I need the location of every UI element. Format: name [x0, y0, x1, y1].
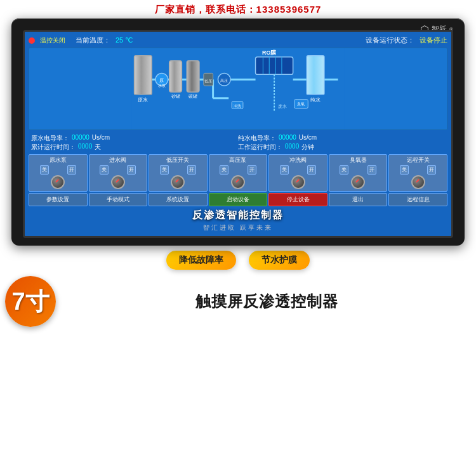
high-pump-dial	[231, 175, 245, 189]
status-bar: 温控关闭 当前温度： 25 ℃ 设备运行状态： 设备停止	[29, 36, 447, 45]
metrics-row: 原水电导率： 00000 Us/cm 纯水电导率： 00000 Us/cm 累计…	[29, 133, 447, 153]
remote-switch-dial	[411, 175, 425, 189]
svg-text:臭氧: 臭氧	[297, 102, 305, 106]
remote-switch-off[interactable]: 关	[400, 165, 409, 175]
start-device-button[interactable]: 启动设备	[209, 193, 268, 206]
svg-rect-16	[187, 61, 199, 92]
feature-badge-fault: 降低故障率	[166, 251, 236, 270]
svg-text:高压: 高压	[220, 78, 228, 83]
process-diagram: 原水 原 水泵 砂罐 碳罐 低压 高压 RO膜	[29, 48, 447, 129]
remote-info-button[interactable]: 远程信息	[388, 193, 447, 206]
device-shell: ⬡ 智跃 ® 温控关闭 当前温度： 25 ℃ 设备运行状态： 设备停止	[11, 18, 465, 246]
svg-rect-23	[256, 57, 293, 75]
ctrl-raw-pump: 原水泵 关 开	[29, 154, 88, 192]
svg-text:低压: 低压	[204, 79, 212, 83]
raw-pump-dial	[51, 175, 65, 189]
product-title: 触摸屏反渗透控制器	[62, 291, 471, 312]
ctrl-remote-switch: 远程开关 关 开	[388, 154, 447, 192]
low-pressure-on[interactable]: 开	[187, 165, 196, 175]
screen: 温控关闭 当前温度： 25 ℃ 设备运行状态： 设备停止	[23, 30, 453, 238]
ozone-on[interactable]: 开	[367, 165, 376, 175]
svg-rect-9	[135, 56, 152, 95]
manual-mode-button[interactable]: 手动模式	[89, 193, 148, 206]
device-sub-label: 智汇进取 跃享未来	[29, 223, 447, 232]
flush-valve-on[interactable]: 开	[307, 165, 316, 175]
exit-button[interactable]: 退出	[329, 193, 388, 206]
device-main-label: 反渗透智能控制器	[29, 209, 447, 222]
inlet-valve-off[interactable]: 关	[100, 165, 109, 175]
diagram-area: 原水 原 水泵 砂罐 碳罐 低压 高压 RO膜	[29, 48, 447, 130]
inlet-valve-on[interactable]: 开	[127, 165, 136, 175]
flush-valve-dial	[291, 175, 305, 189]
bottom-buttons: 参数设置 手动模式 系统设置 启动设备 停止设备 退出 远程信息	[29, 193, 447, 206]
svg-text:原: 原	[159, 78, 164, 83]
device-label-area: 反渗透智能控制器 智汇进取 跃享未来	[29, 206, 447, 234]
svg-rect-28	[307, 56, 324, 95]
raw-pump-on[interactable]: 开	[67, 165, 76, 175]
remote-switch-on[interactable]: 开	[427, 165, 436, 175]
ctrl-flush-valve: 冲洗阀 关 开	[268, 154, 327, 192]
flush-valve-off[interactable]: 关	[280, 165, 289, 175]
svg-text:废水: 废水	[278, 104, 287, 109]
svg-text:纯水: 纯水	[310, 97, 321, 103]
ozone-dial	[351, 175, 365, 189]
param-settings-button[interactable]: 参数设置	[29, 193, 88, 206]
device-status-value: 设备停止	[420, 36, 447, 45]
metric-work-runtime: 工作运行时间： 0000 分钟	[238, 143, 445, 152]
high-pump-off[interactable]: 关	[220, 165, 228, 175]
ctrl-inlet-valve: 进水阀 关 开	[89, 154, 148, 192]
low-pressure-dial	[171, 175, 185, 189]
metric-pure-conductivity: 纯水电导率： 00000 Us/cm	[238, 134, 445, 143]
inlet-valve-dial	[111, 175, 125, 189]
system-settings-button[interactable]: 系统设置	[149, 193, 208, 206]
current-temp-label: 当前温度：	[76, 36, 110, 45]
size-badge: 7寸	[5, 276, 56, 327]
ctrl-high-pump: 高压泵 关 开	[209, 154, 268, 192]
product-info: 7寸 触摸屏反渗透控制器	[0, 276, 476, 327]
raw-pump-off[interactable]: 关	[40, 165, 49, 175]
ozone-off[interactable]: 关	[340, 165, 348, 175]
temp-control-label: 温控关闭	[40, 36, 65, 45]
stop-device-button[interactable]: 停止设备	[268, 193, 327, 206]
device-status-label: 设备运行状态：	[366, 36, 414, 45]
low-pressure-off[interactable]: 关	[160, 165, 169, 175]
ctrl-low-pressure: 低压开关 关 开	[149, 154, 208, 192]
ctrl-ozone: 臭氧器 关 开	[329, 154, 388, 192]
top-banner: 厂家直销，联系电话：13385396577	[0, 0, 476, 18]
high-pump-on[interactable]: 开	[248, 165, 256, 175]
svg-text:碳罐: 碳罐	[188, 94, 197, 98]
svg-text:砂罐: 砂罐	[171, 94, 180, 99]
feature-badge-water: 节水护膜	[249, 251, 310, 270]
svg-text:水泵: 水泵	[158, 84, 166, 88]
temp-led	[29, 37, 35, 44]
metric-raw-conductivity: 原水电导率： 00000 Us/cm	[31, 134, 238, 143]
metric-total-runtime: 累计运行时间： 0000 天	[31, 143, 238, 152]
current-temp-value: 25 ℃	[116, 36, 133, 44]
control-groups: 原水泵 关 开 进水阀 关 开 低压开关 关 开	[29, 154, 447, 192]
svg-rect-14	[169, 61, 182, 92]
svg-text:原水: 原水	[138, 97, 148, 103]
svg-text:RO膜: RO膜	[262, 50, 277, 56]
svg-text:冲洗: 冲洗	[234, 104, 241, 108]
